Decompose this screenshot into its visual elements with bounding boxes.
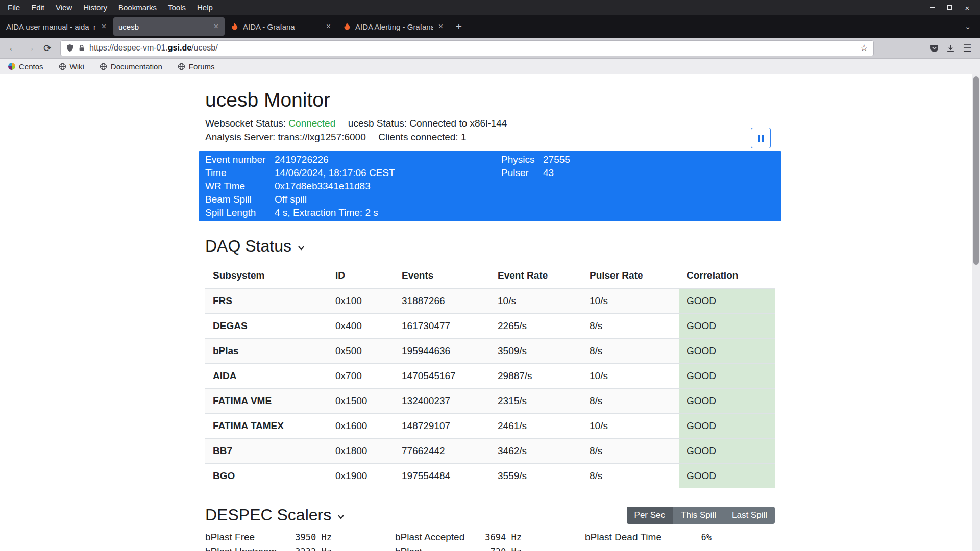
daq-cell-subsystem: AIDA bbox=[205, 364, 328, 389]
bookmarks-toolbar: Centos Wiki Documentation Forums bbox=[0, 59, 980, 74]
lock-icon[interactable] bbox=[78, 44, 85, 52]
pause-icon bbox=[758, 135, 760, 142]
info-value: 27555 bbox=[543, 153, 775, 166]
info-label bbox=[501, 193, 543, 206]
info-value: 4 s, Extraction Time: 2 s bbox=[275, 206, 501, 219]
bookmark-label: Documentation bbox=[111, 62, 162, 71]
daq-cell-correlation: GOOD bbox=[679, 464, 775, 489]
scaler-row: bPlast Accepted 3694 Hz bbox=[395, 531, 522, 543]
bookmark-documentation[interactable]: Documentation bbox=[100, 62, 162, 71]
scrollbar[interactable] bbox=[972, 74, 980, 551]
info-label: Time bbox=[205, 166, 275, 180]
window-close-button[interactable]: × bbox=[963, 3, 972, 12]
info-label: Physics bbox=[501, 153, 543, 166]
menu-tools[interactable]: Tools bbox=[162, 0, 191, 15]
menu-help[interactable]: Help bbox=[191, 0, 218, 15]
daq-cell-subsystem: FATIMA TAMEX bbox=[205, 414, 328, 439]
tab-close-icon[interactable]: × bbox=[325, 22, 332, 31]
last-spill-button[interactable]: Last Spill bbox=[724, 507, 775, 524]
tab-aida-grafana[interactable]: AIDA - Grafana × bbox=[226, 17, 337, 36]
despec-scalers-heading[interactable]: DESPEC Scalers bbox=[205, 506, 346, 524]
bookmark-centos[interactable]: Centos bbox=[8, 62, 43, 71]
info-row: WR Time 0x17d8eb3341e11d83 bbox=[205, 180, 775, 193]
tab-ucesb[interactable]: ucesb × bbox=[113, 17, 225, 36]
scaler-label: bPlast Upstream bbox=[205, 546, 277, 551]
window-maximize-button[interactable] bbox=[945, 3, 954, 12]
daq-status-table: Subsystem ID Events Event Rate Pulser Ra… bbox=[205, 263, 775, 488]
menu-bookmarks[interactable]: Bookmarks bbox=[113, 0, 162, 15]
info-value: 0x17d8eb3341e11d83 bbox=[275, 180, 501, 193]
daq-row: FRS 0x100 31887266 10/s 10/s GOOD bbox=[205, 288, 775, 314]
scaler-label: bPlast Dead Time bbox=[585, 531, 662, 543]
menu-icon[interactable]: ☰ bbox=[959, 40, 976, 56]
per-sec-button[interactable]: Per Sec bbox=[627, 507, 673, 524]
scaler-label: bPlast Free bbox=[205, 531, 255, 543]
download-icon[interactable] bbox=[942, 40, 959, 56]
status-line-2: Analysis Server: trans://lxg1257:6000 Cl… bbox=[205, 130, 775, 144]
pocket-icon[interactable] bbox=[926, 40, 942, 56]
bookmark-wiki[interactable]: Wiki bbox=[59, 62, 84, 71]
window-minimize-button[interactable] bbox=[928, 3, 937, 12]
daq-cell-events: 1470545167 bbox=[394, 364, 490, 389]
forward-button[interactable]: → bbox=[21, 40, 39, 56]
col-header-subsystem: Subsystem bbox=[205, 263, 328, 289]
scrollbar-thumb[interactable] bbox=[973, 76, 979, 265]
info-value bbox=[543, 206, 775, 219]
reload-button[interactable]: ⟳ bbox=[39, 40, 56, 56]
menu-history[interactable]: History bbox=[78, 0, 113, 15]
daq-cell-events: 77662442 bbox=[394, 439, 490, 464]
pause-button[interactable] bbox=[751, 128, 771, 148]
menu-view[interactable]: View bbox=[50, 0, 78, 15]
tab-aida-alerting-grafana[interactable]: AIDA Alerting - Grafana × bbox=[338, 17, 449, 36]
daq-cell-subsystem: FRS bbox=[205, 288, 328, 314]
menu-edit[interactable]: Edit bbox=[26, 0, 50, 15]
info-value bbox=[543, 180, 775, 193]
daq-cell-event-rate: 2461/s bbox=[490, 414, 582, 439]
daq-row: DEGAS 0x400 161730477 2265/s 8/s GOOD bbox=[205, 314, 775, 339]
tab-close-icon[interactable]: × bbox=[213, 22, 219, 31]
tab-title: AIDA Alerting - Grafana bbox=[355, 22, 433, 31]
daq-cell-event-rate: 3509/s bbox=[490, 339, 582, 364]
shield-icon[interactable] bbox=[66, 44, 74, 52]
url-domain: gsi.de bbox=[168, 43, 191, 52]
tab-title: ucesb bbox=[118, 22, 209, 31]
bookmark-forums[interactable]: Forums bbox=[178, 62, 215, 71]
daq-cell-id: 0x400 bbox=[328, 314, 394, 339]
info-value: 14/06/2024, 18:17:06 CEST bbox=[275, 166, 501, 180]
tab-aida-user-manual[interactable]: AIDA user manual - aida_man × bbox=[1, 17, 112, 36]
clients-connected-value: 1 bbox=[461, 132, 467, 142]
daq-cell-pulser-rate: 10/s bbox=[582, 364, 679, 389]
list-all-tabs-button[interactable]: ⌄ bbox=[961, 19, 975, 34]
daq-cell-id: 0x1600 bbox=[328, 414, 394, 439]
daq-cell-subsystem: BB7 bbox=[205, 439, 328, 464]
daq-cell-correlation: GOOD bbox=[679, 339, 775, 364]
daq-cell-correlation: GOOD bbox=[679, 439, 775, 464]
tab-title: AIDA user manual - aida_man bbox=[6, 22, 96, 31]
daq-row: bPlas 0x500 195944636 3509/s 8/s GOOD bbox=[205, 339, 775, 364]
back-button[interactable]: ← bbox=[4, 40, 21, 56]
daq-header-row: Subsystem ID Events Event Rate Pulser Ra… bbox=[205, 263, 775, 289]
daq-cell-pulser-rate: 8/s bbox=[582, 339, 679, 364]
clients-connected-label: Clients connected: bbox=[378, 132, 458, 142]
bookmark-star-icon[interactable]: ☆ bbox=[860, 42, 868, 54]
daq-cell-id: 0x700 bbox=[328, 364, 394, 389]
main-container: ucesb Monitor Websocket Status: Connecte… bbox=[199, 89, 781, 551]
info-label bbox=[501, 180, 543, 193]
daq-cell-correlation: GOOD bbox=[679, 364, 775, 389]
globe-icon bbox=[178, 63, 185, 70]
tab-close-icon[interactable]: × bbox=[101, 22, 107, 31]
daq-cell-event-rate: 2315/s bbox=[490, 389, 582, 414]
col-header-events: Events bbox=[394, 263, 490, 289]
url-prefix: https://despec-vm-01. bbox=[89, 43, 168, 52]
new-tab-button[interactable]: + bbox=[450, 18, 468, 35]
info-label: Event number bbox=[205, 153, 275, 166]
info-value: Off spill bbox=[275, 193, 501, 206]
url-bar[interactable]: https://despec-vm-01.gsi.de/ucesb/ ☆ bbox=[60, 40, 874, 56]
daq-cell-subsystem: DEGAS bbox=[205, 314, 328, 339]
this-spill-button[interactable]: This Spill bbox=[673, 507, 724, 524]
daq-status-heading[interactable]: DAQ Status bbox=[205, 237, 775, 256]
tab-close-icon[interactable]: × bbox=[437, 22, 444, 31]
menu-file[interactable]: File bbox=[2, 0, 26, 15]
daq-cell-events: 31887266 bbox=[394, 288, 490, 314]
scaler-row: bPlast Upstream 3232 Hz bbox=[205, 546, 332, 551]
